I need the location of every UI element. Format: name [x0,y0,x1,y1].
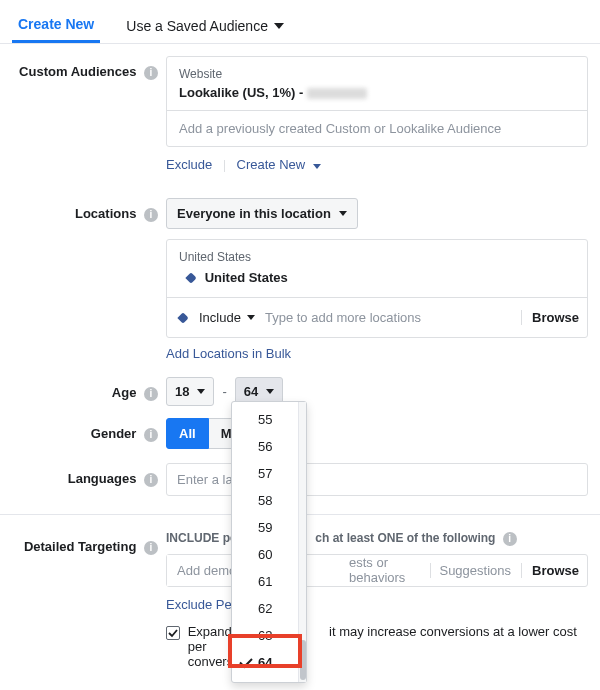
age-option-selected[interactable]: 64 [232,649,298,676]
audience-source-tag: Website [179,67,575,81]
placeholder-tail: ests or behaviors [349,555,430,585]
location-scope-dropdown[interactable]: Everyone in this location [166,198,358,229]
age-min-dropdown[interactable]: 18 [166,377,214,406]
age-option[interactable]: 58 [232,487,298,514]
age-option[interactable]: 61 [232,568,298,595]
chevron-down-icon [266,389,274,394]
expand-interests-row: Expand it may increase conversions at a … [166,624,588,669]
tab-saved-audience[interactable]: Use a Saved Audience [120,10,290,42]
lookalike-audience-name: Lookalike (US, 1%) - [179,85,307,100]
detailed-targeting-input-row: ests or behaviors Suggestions Browse [166,554,588,587]
locations-label-col: Locations i [12,198,166,361]
expand-text-line2: conversi [188,654,236,669]
audience-tabs: Create New Use a Saved Audience [0,0,600,44]
languages-label: Languages [68,471,137,486]
exclude-link[interactable]: Exclude [166,157,212,172]
locations-section: Locations i Everyone in this location Un… [0,172,600,361]
age-options-list: 55 56 57 58 59 60 61 62 63 64 65+ [232,402,298,682]
scrollbar-thumb[interactable] [300,640,306,680]
chevron-down-icon [247,315,255,320]
gender-label: Gender [91,426,137,441]
age-option[interactable]: 59 [232,514,298,541]
age-option[interactable]: 60 [232,541,298,568]
languages-input[interactable] [166,463,588,496]
expand-text-pre: Expand [188,624,232,639]
custom-audiences-label: Custom Audiences [19,64,136,79]
info-icon[interactable]: i [144,428,158,442]
chevron-down-icon [339,211,347,216]
gender-label-col: Gender i [12,418,166,449]
chevron-down-icon [313,164,321,169]
locations-input[interactable] [259,304,520,331]
selected-country: United States [205,270,288,285]
info-icon[interactable]: i [144,208,158,222]
age-option[interactable]: 57 [232,460,298,487]
info-icon[interactable]: i [144,387,158,401]
age-option[interactable]: 65+ [232,676,298,682]
gender-segment-group: All Me [166,418,588,449]
age-range-dash: - [222,384,226,399]
age-max-options-menu: 55 56 57 58 59 60 61 62 63 64 65+ [231,401,307,683]
tab-create-new[interactable]: Create New [12,8,100,43]
custom-audiences-box: Website Lookalike (US, 1%) - Add a previ… [166,56,588,147]
browse-locations-button[interactable]: Browse [521,310,579,325]
detailed-targeting-label: Detailed Targeting [24,539,136,554]
location-pin-icon [185,272,196,283]
locations-label: Locations [75,206,136,221]
info-icon[interactable]: i [144,66,158,80]
link-divider [224,160,225,172]
age-option[interactable]: 62 [232,595,298,622]
age-min-value: 18 [175,384,189,399]
chevron-down-icon [197,389,205,394]
include-heading-pre: INCLUDE pe [166,531,237,545]
age-option[interactable]: 56 [232,433,298,460]
suggestions-button[interactable]: Suggestions [430,563,511,578]
locations-input-row: Include Browse [167,297,587,337]
expand-interests-checkbox[interactable] [166,626,180,640]
add-audience-input[interactable]: Add a previously created Custom or Looka… [167,110,587,146]
include-toggle[interactable]: Include [175,308,259,327]
info-icon[interactable]: i [503,532,517,546]
locations-box: United States United States Include Brow… [166,239,588,338]
languages-label-col: Languages i [12,463,166,496]
include-heading-post: ch at least ONE of the following [315,531,495,545]
custom-audiences-label-col: Custom Audiences i [12,56,166,172]
age-option[interactable]: 63 [232,622,298,649]
dropdown-scrollbar[interactable] [298,402,306,682]
age-section: Age i 18 - 64 55 56 57 58 59 60 61 62 63 [0,361,600,406]
location-scope-label: Everyone in this location [177,206,331,221]
gender-all-button[interactable]: All [166,418,209,449]
redacted-name [307,88,367,99]
create-new-link[interactable]: Create New [237,157,321,172]
custom-audiences-section: Custom Audiences i Website Lookalike (US… [0,44,600,172]
create-new-label: Create New [237,157,306,172]
age-max-value: 64 [244,384,258,399]
location-pin-icon [177,312,188,323]
age-option[interactable]: 55 [232,406,298,433]
location-region-heading: United States [179,250,575,264]
age-label-col: Age i [12,377,166,406]
detailed-targeting-label-col: Detailed Targeting i [12,531,166,669]
include-heading: INCLUDE pe ch at least ONE of the follow… [166,531,588,546]
include-label: Include [199,310,241,325]
info-icon[interactable]: i [144,541,158,555]
chevron-down-icon [274,23,284,29]
check-icon [168,628,178,638]
tab-saved-audience-label: Use a Saved Audience [126,18,268,34]
age-label: Age [112,385,137,400]
browse-targeting-button[interactable]: Browse [521,563,579,578]
info-icon[interactable]: i [144,473,158,487]
add-locations-bulk-link[interactable]: Add Locations in Bulk [166,346,291,361]
